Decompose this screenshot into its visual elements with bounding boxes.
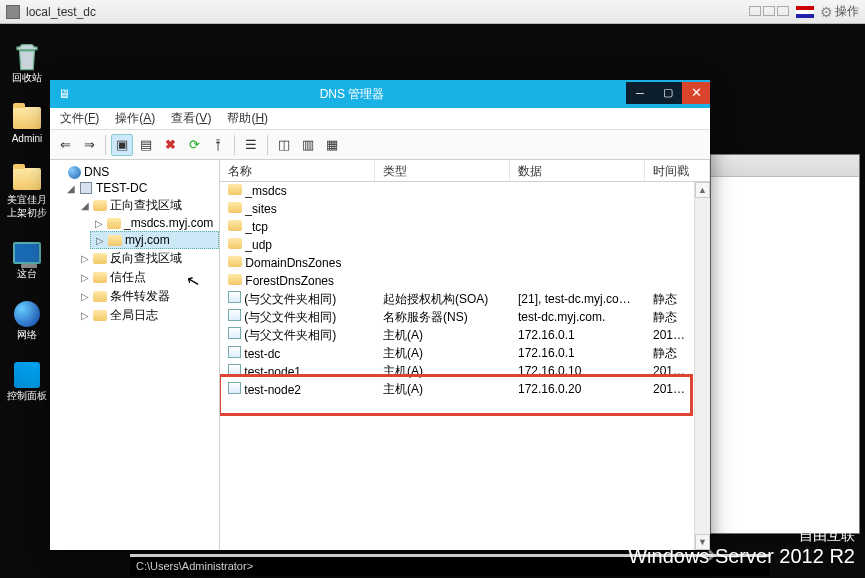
list-header[interactable]: 名称 类型 数据 时间戳 [220,160,710,182]
export-button[interactable]: ⭱ [207,134,229,156]
delete-button[interactable]: ✖ [159,134,181,156]
main-content: DNS◢TEST-DC◢正向查找区域▷_msdcs.myj.com▷myj.co… [50,160,710,550]
view-detail-button[interactable]: ▤ [135,134,157,156]
watermark-logo: ⇢ [697,542,715,568]
desktop-icon-globe[interactable]: 网络 [6,301,48,340]
menu-v[interactable]: 查看(V) [165,108,217,129]
list-record-row[interactable]: (与父文件夹相同)起始授权机构(SOA)[21], test-dc.myj.co… [220,290,694,308]
tree-node[interactable]: ▷反向查找区域 [76,249,219,268]
tree-pane[interactable]: DNS◢TEST-DC◢正向查找区域▷_msdcs.myj.com▷myj.co… [50,160,220,550]
desktop-icon-computer[interactable]: 这台 [6,240,48,279]
vm-action-label[interactable]: 操作 [835,3,859,20]
watermark: ⇢ 自由互联 Windows Server 2012 R2 [628,527,855,568]
list-record-row[interactable]: test-node1主机(A)172.16.0.102019/1/3 [220,362,694,380]
list-folder-row[interactable]: _sites [220,200,694,218]
list-folder-row[interactable]: _tcp [220,218,694,236]
menu-f[interactable]: 文件(F) [54,108,105,129]
list-folder-row[interactable]: _udp [220,236,694,254]
filter-button[interactable]: ▥ [297,134,319,156]
close-button[interactable]: ✕ [682,82,710,104]
maximize-button[interactable]: ▢ [654,82,682,104]
watermark-os: Windows Server 2012 R2 [628,545,855,567]
list-record-row[interactable]: test-node2主机(A)172.16.0.202019/1/3 [220,380,694,398]
gear-icon[interactable]: ⚙ [820,4,833,20]
desktop-icon-panel[interactable]: 控制面板 [6,362,48,401]
columns-button[interactable]: ▦ [321,134,343,156]
desktop-icon-recycle[interactable]: 回收站 [6,44,48,83]
background-window-titlebar[interactable] [711,155,859,177]
list-body[interactable]: _msdcs _sites _tcp _udp DomainDnsZones F… [220,182,694,550]
desktop-icons-column: 回收站Admini美宜佳月上架初步这台网络控制面板 [6,44,48,401]
column-type[interactable]: 类型 [375,160,510,181]
menubar: 文件(F)操作(A)查看(V)帮助(H) [50,108,710,130]
tree-node[interactable]: ◢正向查找区域 [76,196,219,215]
back-button[interactable]: ⇐ [54,134,76,156]
list-folder-row[interactable]: _msdcs [220,182,694,200]
toolbar: ⇐ ⇒ ▣ ▤ ✖ ⟳ ⭱ ☰ ◫ ▥ ▦ [50,130,710,160]
background-window [710,154,860,534]
menu-a[interactable]: 操作(A) [109,108,161,129]
list-record-row[interactable]: (与父文件夹相同)名称服务器(NS)test-dc.myj.com.静态 [220,308,694,326]
properties-button[interactable]: ☰ [240,134,262,156]
tree-node[interactable]: ▷条件转发器 [76,287,219,306]
column-name[interactable]: 名称 [220,160,375,181]
vm-title: local_test_dc [26,5,96,19]
cmd-prompt-text: C:\Users\Administrator> [136,560,253,572]
tree-node[interactable]: ▷myj.com [90,231,219,249]
help-button[interactable]: ◫ [273,134,295,156]
desktop-icon-folder[interactable]: Admini [6,105,48,144]
desktop-icon-folder[interactable]: 美宜佳月上架初步 [6,166,48,218]
forward-button[interactable]: ⇒ [78,134,100,156]
list-folder-row[interactable]: ForestDnsZones [220,272,694,290]
dns-manager-window: 🖥 DNS 管理器 ─ ▢ ✕ 文件(F)操作(A)查看(V)帮助(H) ⇐ ⇒… [50,80,710,550]
dns-title-icon: 🖥 [56,86,72,102]
tree-node[interactable]: ◢TEST-DC [62,180,219,196]
list-record-row[interactable]: test-dc主机(A)172.16.0.1静态 [220,344,694,362]
vm-window-state-icons [748,5,790,19]
menu-h[interactable]: 帮助(H) [221,108,274,129]
list-record-row[interactable]: (与父文件夹相同)主机(A)172.16.0.12019/1/3 [220,326,694,344]
tree-node[interactable]: ▷全局日志 [76,306,219,325]
tree-node[interactable]: DNS [50,164,219,180]
column-data[interactable]: 数据 [510,160,645,181]
tree-node[interactable]: ▷_msdcs.myj.com [90,215,219,231]
vm-titlebar: local_test_dc ⚙ 操作 [0,0,865,24]
locale-flag-icon[interactable] [796,6,814,18]
minimize-button[interactable]: ─ [626,82,654,104]
up-button[interactable]: ▣ [111,134,133,156]
scrollbar[interactable]: ▲ ▼ [694,182,710,550]
list-folder-row[interactable]: DomainDnsZones [220,254,694,272]
tree-node[interactable]: ▷信任点 [76,268,219,287]
column-time[interactable]: 时间戳 [645,160,710,181]
window-titlebar[interactable]: 🖥 DNS 管理器 ─ ▢ ✕ [50,80,710,108]
scroll-up-icon[interactable]: ▲ [695,182,710,198]
watermark-brand: 自由互联 [799,527,855,543]
vm-app-icon [6,5,20,19]
refresh-button[interactable]: ⟳ [183,134,205,156]
desktop: 回收站Admini美宜佳月上架初步这台网络控制面板 🖥 DNS 管理器 ─ ▢ … [0,24,865,578]
window-title: DNS 管理器 [78,86,626,103]
list-pane: 名称 类型 数据 时间戳 _msdcs _sites _tcp _udp Dom… [220,160,710,550]
